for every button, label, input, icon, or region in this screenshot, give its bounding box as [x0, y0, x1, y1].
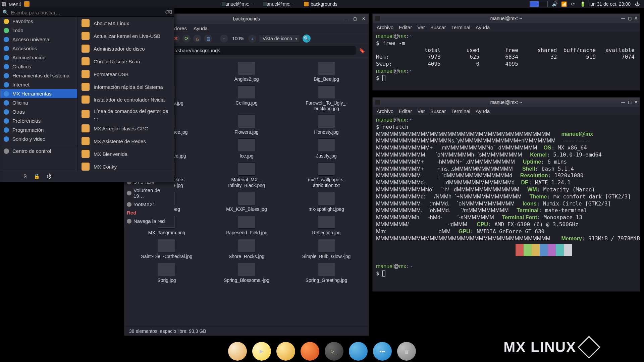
terminal-menu-item[interactable]: Ayuda: [476, 108, 490, 114]
menu-app[interactable]: MX Asistente de Redes: [77, 135, 174, 147]
menu-button-label[interactable]: Menú: [9, 1, 21, 7]
firefox-icon[interactable]: [301, 342, 319, 361]
menu-app[interactable]: MX Bienvenida: [77, 147, 174, 160]
minimize-button[interactable]: —: [343, 16, 349, 21]
taskbar-task[interactable]: backgrounds: [304, 1, 337, 7]
terminal-menu-item[interactable]: Archivo: [377, 108, 393, 114]
terminal-icon[interactable]: >_: [325, 342, 343, 361]
terminal-menu-item[interactable]: Buscar: [430, 24, 446, 30]
document-icon[interactable]: [349, 342, 368, 361]
file-item[interactable]: Material_MX_-Infinity_Black.png: [208, 162, 285, 188]
zoom-in-button[interactable]: +: [248, 35, 256, 43]
menu-category[interactable]: Herramientas del sistema: [0, 71, 77, 80]
term2-body[interactable]: manuel@mx:~ $ neofetch MMMMMMMMMMMMMMMMM…: [373, 115, 640, 291]
terminal-menu-item[interactable]: Ayuda: [476, 24, 490, 30]
terminal-menu-item[interactable]: Terminal: [451, 108, 470, 114]
volume-icon[interactable]: 🔊: [552, 1, 557, 7]
shutdown-icon[interactable]: ⏻: [635, 1, 640, 7]
minimize-button[interactable]: —: [621, 16, 625, 21]
term1-body[interactable]: manuel@mx:~ $ free -m total used free sh…: [373, 32, 640, 90]
menu-category[interactable]: Sonido y video: [0, 134, 77, 143]
files-icon[interactable]: [276, 342, 295, 361]
file-item[interactable]: MX_KXF_Blues.jpg: [208, 192, 285, 212]
file-item[interactable]: mx21-wallpapers-attribution.txt: [287, 162, 365, 188]
menu-app[interactable]: About MX Linux: [77, 17, 174, 29]
search-input[interactable]: [11, 10, 165, 15]
minimize-button[interactable]: —: [621, 100, 625, 105]
file-item[interactable]: Spring_Greeting.jpg: [287, 263, 365, 283]
menu-category[interactable]: Preferencias: [0, 116, 77, 125]
taskbar-task[interactable]: manuel@mx: ~: [263, 1, 294, 7]
tree-item[interactable]: Volumen de 19…: [127, 186, 172, 200]
menu-category[interactable]: Administración: [0, 53, 77, 62]
menu-app[interactable]: MX Arreglar claves GPG: [77, 122, 174, 135]
menu-app[interactable]: Instalador de controlador Nvidia: [77, 93, 174, 106]
menu-category[interactable]: MX Herramientas: [0, 89, 77, 98]
terminal-menu-item[interactable]: Editar: [399, 108, 412, 114]
menu-category[interactable]: Todo: [0, 26, 77, 35]
file-item[interactable]: Big_Bee.jpg: [287, 62, 365, 82]
logout-icon[interactable]: ⎘: [24, 173, 27, 179]
terminal-menu-item[interactable]: Buscar: [430, 108, 446, 114]
menu-app[interactable]: Línea de comandos del gestor de …: [77, 106, 174, 122]
workspace-switcher[interactable]: [530, 1, 548, 7]
menu-category[interactable]: Programación: [0, 125, 77, 134]
file-item[interactable]: Justify.jpg: [287, 138, 365, 159]
file-item[interactable]: Ceiling.jpg: [208, 85, 285, 112]
menu-app[interactable]: Formatear USB: [77, 68, 174, 80]
reload-button[interactable]: ⟳: [182, 35, 191, 43]
file-item[interactable]: Sprig.jpg: [128, 263, 206, 283]
computer-button[interactable]: 🖥: [204, 35, 212, 43]
view-mode-select[interactable]: Vista de icono: [259, 35, 300, 43]
file-item[interactable]: Reflection.jpg: [287, 215, 365, 236]
mail-icon[interactable]: [228, 342, 247, 361]
more-apps-icon[interactable]: •••: [373, 342, 392, 361]
menu-app[interactable]: Chroot Rescue Scan: [77, 55, 174, 68]
menu-category[interactable]: Gráficos: [0, 62, 77, 71]
close-button[interactable]: ✕: [634, 16, 638, 21]
close-button[interactable]: ✕: [634, 100, 638, 105]
power-icon[interactable]: ⏻: [47, 173, 52, 179]
menu-icon[interactable]: ▦: [1, 1, 6, 7]
clear-search-icon[interactable]: ⌫: [165, 9, 172, 15]
menu-app[interactable]: Información rápida del Sistema: [77, 80, 174, 93]
menu-app[interactable]: Administrador de disco: [77, 42, 174, 55]
file-item[interactable]: Angles2.jpg: [208, 62, 285, 82]
term1-titlebar[interactable]: manuel@mx: ~ — ▢ ✕: [373, 14, 640, 23]
file-item[interactable]: Shore_Rocks.jpg: [208, 239, 285, 259]
menu-category[interactable]: Internet: [0, 80, 77, 89]
battery-icon[interactable]: 🔋: [580, 1, 585, 7]
clock[interactable]: lun 31 de oct, 23:00: [589, 1, 631, 7]
zoom-out-button[interactable]: −: [220, 35, 228, 43]
bookmark-button[interactable]: 🔖: [359, 48, 365, 54]
terminal-menu-item[interactable]: Ver: [417, 24, 425, 30]
home-button[interactable]: ⌂: [193, 35, 201, 43]
tree-item[interactable]: rootMX21: [127, 200, 172, 208]
taskbar-task[interactable]: manuel@mx: ~: [221, 1, 253, 7]
terminal-menu-item[interactable]: Terminal: [451, 24, 470, 30]
file-item[interactable]: Spring_Blossoms.-jpg: [208, 263, 285, 283]
maximize-button[interactable]: ▢: [628, 16, 632, 21]
lock-icon[interactable]: 🔒: [34, 173, 40, 179]
terminal-menu-item[interactable]: Archivo: [377, 24, 393, 30]
trash-icon[interactable]: 🗑: [397, 342, 416, 361]
file-item[interactable]: Ice.jpg: [208, 138, 285, 159]
menu-app[interactable]: Actualizar kernel en Live-USB: [77, 29, 174, 42]
file-item[interactable]: Simple_Bulb_Glow.-jpg: [287, 239, 365, 259]
file-item[interactable]: mx-spotlight.jpeg: [287, 192, 365, 212]
search-button[interactable]: 🔍: [303, 35, 311, 43]
file-item[interactable]: Honesty.jpg: [287, 115, 365, 135]
taskbar-app-icon[interactable]: [24, 1, 30, 7]
media-player-icon[interactable]: ▶: [252, 342, 271, 361]
menu-category[interactable]: Otras: [0, 107, 77, 116]
control-center[interactable]: Centro de control: [0, 146, 77, 156]
updates-icon[interactable]: ⟳: [571, 1, 576, 7]
menu-category[interactable]: Accesorios: [0, 44, 77, 53]
terminal-menu-item[interactable]: Editar: [399, 24, 412, 30]
menu-category[interactable]: Favoritos: [0, 17, 77, 26]
browse-network[interactable]: Navega la red: [127, 217, 172, 225]
file-item[interactable]: Saint-Die_-Cathedral.jpg: [128, 239, 206, 259]
maximize-button[interactable]: ▢: [352, 16, 358, 21]
menu-category[interactable]: Acceso universal: [0, 35, 77, 44]
close-button[interactable]: ✕: [361, 16, 367, 21]
